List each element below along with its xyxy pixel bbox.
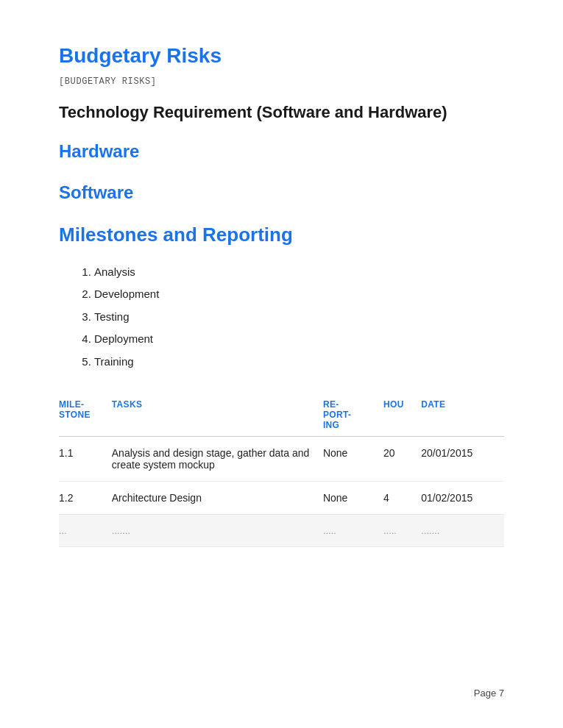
col-header-reporting: RE- PORT- ING <box>323 393 383 437</box>
table-cell-tasks: ....... <box>112 515 323 547</box>
table-cell-hours: ..... <box>383 515 421 547</box>
milestone-table-body: 1.1Analysis and design stage, gather dat… <box>59 437 504 547</box>
milestone-list: AnalysisDevelopmentTestingDeploymentTrai… <box>94 264 504 371</box>
table-row: ........................... <box>59 515 504 547</box>
table-cell-milestone: 1.1 <box>59 437 112 482</box>
table-cell-milestone: 1.2 <box>59 482 112 515</box>
table-cell-reporting: None <box>323 437 383 482</box>
hardware-heading: Hardware <box>59 141 504 162</box>
list-item: Testing <box>94 309 504 326</box>
table-cell-date: ....... <box>421 515 504 547</box>
table-row: 1.2Architecture DesignNone401/02/2015 <box>59 482 504 515</box>
table-cell-hours: 20 <box>383 437 421 482</box>
list-item: Training <box>94 354 504 371</box>
col-header-tasks: TASKS <box>112 393 323 437</box>
page-number: Page 7 <box>474 688 504 699</box>
table-cell-date: 01/02/2015 <box>421 482 504 515</box>
document-page: Budgetary Risks [BUDGETARY RISKS] Techno… <box>0 0 563 728</box>
main-heading: Budgetary Risks <box>59 44 504 68</box>
table-cell-tasks: Analysis and design stage, gather data a… <box>112 437 323 482</box>
col-header-milestone: MILE- STONE <box>59 393 112 437</box>
table-cell-hours: 4 <box>383 482 421 515</box>
list-item: Analysis <box>94 264 504 281</box>
table-cell-date: 20/01/2015 <box>421 437 504 482</box>
col-header-hours: HOU <box>383 393 421 437</box>
table-cell-reporting: None <box>323 482 383 515</box>
software-heading: Software <box>59 182 504 203</box>
table-row: 1.1Analysis and design stage, gather dat… <box>59 437 504 482</box>
table-cell-reporting: ..... <box>323 515 383 547</box>
list-item: Development <box>94 286 504 303</box>
tag-label: [BUDGETARY RISKS] <box>59 76 504 87</box>
table-cell-tasks: Architecture Design <box>112 482 323 515</box>
milestones-heading: Milestones and Reporting <box>59 224 504 246</box>
tech-requirement-heading: Technology Requirement (Software and Har… <box>59 101 504 124</box>
table-cell-milestone: ... <box>59 515 112 547</box>
list-item: Deployment <box>94 331 504 348</box>
col-header-date: DATE <box>421 393 504 437</box>
milestone-table: MILE- STONE TASKS RE- PORT- ING HOU DATE… <box>59 393 504 547</box>
